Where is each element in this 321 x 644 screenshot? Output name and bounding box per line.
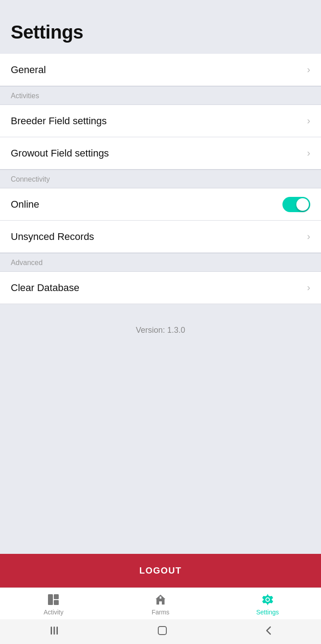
online-label: Online	[11, 199, 39, 210]
general-label: General	[11, 64, 46, 76]
online-row[interactable]: Online	[0, 188, 321, 221]
activities-header-label: Activities	[11, 92, 39, 100]
svg-rect-0	[48, 594, 53, 605]
advanced-section-header: Advanced	[0, 253, 321, 272]
svg-rect-1	[54, 594, 59, 599]
settings-nav-icon	[260, 592, 275, 607]
settings-nav-label: Settings	[256, 609, 279, 616]
activity-nav-label: Activity	[43, 609, 63, 616]
svg-rect-2	[54, 600, 59, 605]
farms-icon	[153, 592, 168, 607]
menu-icon[interactable]	[49, 626, 60, 637]
svg-rect-3	[160, 596, 161, 599]
toggle-thumb	[296, 198, 309, 211]
logout-container: LOGOUT	[0, 547, 321, 587]
growout-field-settings-row[interactable]: Growout Field settings ›	[0, 137, 321, 170]
breeder-label: Breeder Field settings	[11, 115, 107, 127]
version-area: Version: 1.3.0	[0, 304, 321, 357]
breeder-field-settings-row[interactable]: Breeder Field settings ›	[0, 105, 321, 137]
logout-button[interactable]: LOGOUT	[0, 554, 321, 587]
unsynced-label: Unsynced Records	[11, 231, 94, 243]
version-text: Version: 1.3.0	[136, 326, 185, 335]
nav-item-settings[interactable]: Settings	[214, 592, 321, 616]
connectivity-header-label: Connectivity	[11, 175, 50, 183]
page-header: Settings	[0, 0, 321, 54]
svg-rect-9	[56, 627, 58, 635]
clear-database-label: Clear Database	[11, 282, 79, 294]
bottom-nav: Activity Farms Settings	[0, 587, 321, 619]
clear-database-chevron-icon: ›	[307, 283, 310, 293]
settings-list: General › Activities Breeder Field setti…	[0, 54, 321, 547]
system-nav-bar	[0, 619, 321, 644]
activity-icon	[46, 592, 61, 607]
online-toggle[interactable]	[282, 197, 310, 212]
svg-rect-8	[54, 627, 55, 635]
advanced-header-label: Advanced	[11, 259, 43, 266]
svg-rect-7	[51, 627, 52, 635]
toggle-track	[282, 197, 310, 212]
general-row[interactable]: General ›	[0, 54, 321, 86]
nav-item-farms[interactable]: Farms	[107, 592, 214, 616]
breeder-chevron-icon: ›	[307, 116, 310, 126]
growout-chevron-icon: ›	[307, 148, 310, 158]
home-icon[interactable]	[157, 626, 167, 638]
svg-rect-10	[158, 627, 166, 635]
growout-label: Growout Field settings	[11, 148, 109, 159]
page-title: Settings	[11, 22, 310, 43]
unsynced-chevron-icon: ›	[307, 232, 310, 242]
clear-database-row[interactable]: Clear Database ›	[0, 272, 321, 304]
activities-section-header: Activities	[0, 86, 321, 105]
general-chevron-icon: ›	[307, 65, 310, 75]
nav-item-activity[interactable]: Activity	[0, 592, 107, 616]
connectivity-section-header: Connectivity	[0, 170, 321, 188]
back-icon[interactable]	[265, 626, 272, 638]
farms-nav-label: Farms	[152, 609, 169, 616]
unsynced-records-row[interactable]: Unsynced Records ›	[0, 221, 321, 253]
svg-point-6	[266, 598, 269, 601]
